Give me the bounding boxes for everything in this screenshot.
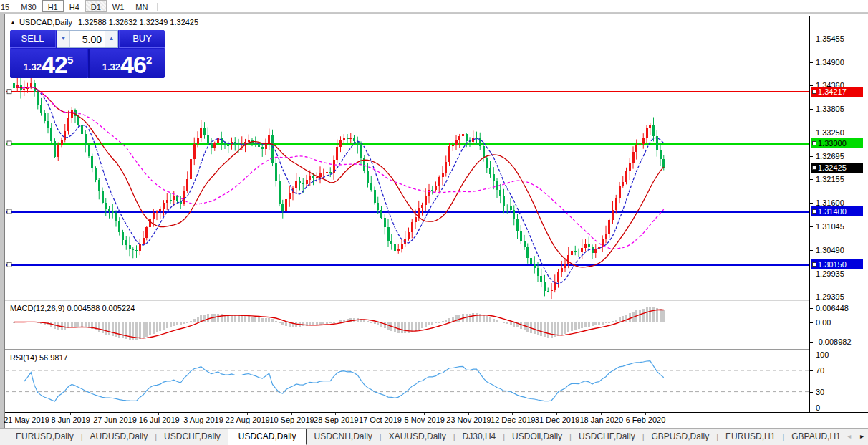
axis-tick — [810, 226, 813, 227]
timeframe-button-mn[interactable]: MN — [130, 0, 153, 12]
candle-body — [285, 199, 287, 211]
candle-body — [302, 183, 304, 184]
macd-histogram-bar — [421, 322, 423, 329]
pane-splitter[interactable] — [5, 349, 868, 350]
line-handle[interactable] — [812, 262, 816, 267]
candle-body — [605, 234, 607, 240]
macd-histogram-bar — [612, 321, 614, 322]
macd-histogram-bar — [411, 322, 413, 332]
timeframe-button-w1[interactable]: W1 — [107, 0, 130, 12]
chart-tab-gbpaud-h1[interactable]: GBPAUD,H1 — [784, 429, 847, 444]
line-handle[interactable] — [7, 90, 11, 94]
macd-histogram-bar — [598, 322, 600, 325]
chart-tab-xauusd-daily[interactable]: XAUUSD,Daily — [382, 429, 453, 444]
chart-tab-audusd-daily[interactable]: AUDUSD,Daily — [83, 429, 155, 444]
chart-tab-usdchf-daily[interactable]: USDCHF,Daily — [572, 429, 642, 444]
timeframe-button-h1[interactable]: H1 — [42, 0, 64, 12]
buy-price-tile[interactable]: 1.32462 — [88, 49, 165, 78]
collapse-triangle-icon[interactable]: ▲ — [10, 19, 16, 26]
candle-body — [193, 144, 196, 159]
macd-histogram-bar — [213, 314, 216, 322]
date-axis-tick — [158, 413, 159, 415]
macd-histogram-bar — [520, 322, 522, 330]
line-handle[interactable] — [7, 209, 11, 214]
volume-increase-button[interactable]: ▲ — [105, 31, 117, 47]
macd-histogram-bar — [221, 314, 223, 322]
candle-body — [190, 159, 192, 179]
date-axis-tick — [512, 413, 513, 415]
candle-body — [183, 191, 185, 204]
macd-histogram-bar — [662, 310, 665, 322]
candle-body — [384, 218, 386, 227]
axis-tick — [810, 39, 813, 39]
axis-tick — [810, 355, 813, 355]
candle-body — [537, 268, 539, 276]
chart-tab-eurusd-h1[interactable]: EURUSD,H1 — [718, 429, 782, 444]
candle-body — [622, 182, 624, 186]
chart-tab-usdoil-daily[interactable]: USDOil,Daily — [505, 429, 569, 444]
buy-button[interactable]: BUY — [119, 30, 165, 48]
tab-scroll-right-icon[interactable]: ▸ — [860, 432, 864, 440]
chart-tab-usdcad-daily[interactable]: USDCAD,Daily — [228, 429, 307, 445]
chart-tab-usdchf-daily[interactable]: USDCHF,Daily — [157, 429, 228, 444]
date-axis-label: 16 Jul 2019 — [139, 416, 180, 424]
macd-histogram-bar — [153, 322, 155, 335]
timeframe-button-15[interactable]: 15 — [0, 0, 15, 12]
macd-histogram-bar — [397, 322, 400, 334]
axis-tick — [810, 408, 813, 408]
candle-body — [374, 190, 376, 203]
chart-tab-eurusd-daily[interactable]: EURUSD,Daily — [9, 429, 81, 444]
chart-tab-dj30-h4[interactable]: DJ30,H4 — [455, 429, 503, 444]
line-handle[interactable] — [812, 166, 816, 170]
candle-body — [370, 183, 372, 191]
chart-tab-usdcnh-daily[interactable]: USDCNH,Daily — [307, 429, 379, 444]
line-handle[interactable] — [812, 90, 816, 94]
macd-histogram-bar — [339, 320, 342, 322]
date-axis-label: 12 Dec 2019 — [491, 416, 535, 424]
pane-splitter[interactable] — [5, 300, 868, 301]
chart-tab-gbpusd-daily[interactable]: GBPUSD,Daily — [645, 429, 717, 444]
candle-body — [85, 134, 87, 146]
candle-body — [268, 135, 270, 143]
candle-body — [224, 143, 226, 145]
candle-body — [44, 113, 46, 121]
macd-histogram-bar — [649, 307, 651, 322]
sell-price-tile[interactable]: 1.32425 — [10, 49, 87, 78]
volume-spinner: ▼ ▲ — [57, 30, 118, 48]
candle-body — [118, 221, 120, 233]
timeframe-button-m30[interactable]: M30 — [15, 0, 42, 12]
line-handle[interactable] — [812, 209, 816, 214]
candle-body — [105, 203, 107, 209]
axis-tick — [810, 179, 813, 180]
tab-scroll-left-icon[interactable]: ◂ — [847, 432, 851, 440]
candle-body — [54, 141, 56, 157]
candle-body — [408, 232, 410, 239]
date-axis-tick — [424, 413, 425, 415]
candle-body — [428, 190, 430, 197]
line-handle[interactable] — [812, 141, 816, 145]
candle-body — [612, 210, 614, 221]
macd-histogram-bar — [557, 322, 559, 337]
candle-body — [584, 244, 587, 247]
line-handle[interactable] — [7, 262, 11, 267]
price-axis-label: 1.30490 — [816, 246, 844, 254]
macd-histogram-bar — [499, 322, 501, 322]
line-handle[interactable] — [7, 141, 11, 145]
timeframe-toolbar: 15M30H1H4D1W1MN — [0, 0, 868, 13]
candle-body — [279, 181, 281, 204]
sell-button[interactable]: SELL — [10, 30, 56, 48]
macd-histogram-bar — [77, 322, 79, 327]
macd-axis-label: 0.006448 — [816, 304, 849, 312]
axis-tick — [810, 370, 813, 371]
candle-body — [571, 251, 573, 255]
one-click-trading-panel: SELL ▼ ▲ BUY 1.32425 1.32462 — [10, 30, 165, 78]
timeframe-button-h4[interactable]: H4 — [64, 0, 85, 12]
candle-body — [466, 134, 468, 141]
volume-input[interactable] — [70, 31, 105, 47]
macd-histogram-bar — [326, 322, 328, 324]
volume-decrease-button[interactable]: ▼ — [57, 31, 70, 47]
rsi-pane[interactable] — [6, 350, 809, 412]
date-axis-label: 8 Jun 2019 — [52, 416, 90, 424]
price-line-badge: 1.34217 — [811, 87, 863, 97]
timeframe-button-d1[interactable]: D1 — [85, 0, 107, 12]
